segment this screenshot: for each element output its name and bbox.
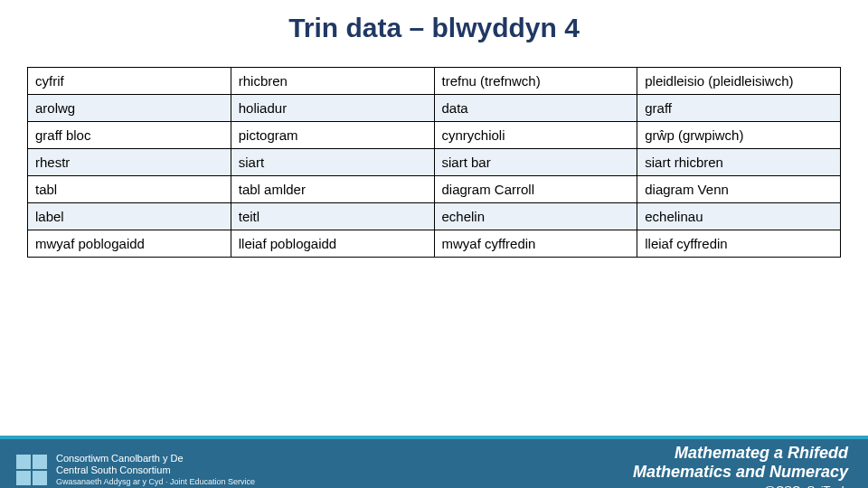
footer-handle: @CSC_SciTech	[633, 483, 848, 489]
table-cell: grŵp (grwpiwch)	[637, 122, 841, 149]
table-cell: rhestr	[28, 149, 231, 176]
vocab-table: cyfrif rhicbren trefnu (trefnwch) pleidl…	[27, 67, 841, 258]
page-title: Trin data – blwyddyn 4	[0, 13, 868, 43]
logo-icon	[16, 455, 47, 485]
table-cell: pictogram	[231, 122, 434, 149]
table-cell: trefnu (trefnwch)	[434, 68, 637, 95]
footer-main: Consortiwm Canolbarth y De Central South…	[0, 439, 868, 488]
table-cell: data	[434, 95, 637, 122]
table-cell: siart	[231, 149, 434, 176]
table-cell: label	[28, 203, 231, 230]
table-cell: holiadur	[231, 95, 434, 122]
table-cell: graff bloc	[28, 122, 231, 149]
table-row: arolwg holiadur data graff	[28, 95, 841, 122]
footer-logo-block: Consortiwm Canolbarth y De Central South…	[16, 453, 255, 487]
table-cell: tabl amlder	[231, 176, 434, 203]
vocab-table-wrap: cyfrif rhicbren trefnu (trefnwch) pleidl…	[27, 67, 841, 258]
table-cell: teitl	[231, 203, 434, 230]
footer-title-english: Mathematics and Numeracy	[633, 463, 848, 482]
table-cell: lleiaf poblogaidd	[231, 230, 434, 258]
table-cell: mwyaf cyffredin	[434, 230, 637, 258]
table-cell: echelinau	[637, 203, 841, 230]
footer: Consortiwm Canolbarth y De Central South…	[0, 436, 868, 488]
table-row: rhestr siart siart bar siart rhicbren	[28, 149, 841, 176]
table-cell: tabl	[28, 176, 231, 203]
footer-logo-line2: Central South Consortium	[56, 465, 255, 476]
footer-logo-sub: Gwasanaeth Addysg ar y Cyd · Joint Educa…	[56, 477, 255, 486]
table-cell: lleiaf cyffredin	[637, 230, 841, 258]
footer-right: Mathemateg a Rhifedd Mathematics and Num…	[633, 444, 848, 489]
table-cell: graff	[637, 95, 841, 122]
table-cell: diagram Venn	[637, 176, 841, 203]
footer-logo-text: Consortiwm Canolbarth y De Central South…	[56, 453, 255, 487]
table-cell: cynrychioli	[434, 122, 637, 149]
table-cell: mwyaf poblogaidd	[28, 230, 231, 258]
table-cell: siart bar	[434, 149, 637, 176]
table-cell: arolwg	[28, 95, 231, 122]
table-row: graff bloc pictogram cynrychioli grŵp (g…	[28, 122, 841, 149]
table-row: tabl tabl amlder diagram Carroll diagram…	[28, 176, 841, 203]
table-row: mwyaf poblogaidd lleiaf poblogaidd mwyaf…	[28, 230, 841, 258]
table-cell: cyfrif	[28, 68, 231, 95]
table-cell: siart rhicbren	[637, 149, 841, 176]
table-cell: pleidleisio (pleidleisiwch)	[637, 68, 841, 95]
table-cell: rhicbren	[231, 68, 434, 95]
table-cell: diagram Carroll	[434, 176, 637, 203]
table-row: label teitl echelin echelinau	[28, 203, 841, 230]
table-row: cyfrif rhicbren trefnu (trefnwch) pleidl…	[28, 68, 841, 95]
footer-logo-line1: Consortiwm Canolbarth y De	[56, 453, 255, 465]
footer-title-welsh: Mathemateg a Rhifedd	[633, 444, 848, 463]
table-cell: echelin	[434, 203, 637, 230]
